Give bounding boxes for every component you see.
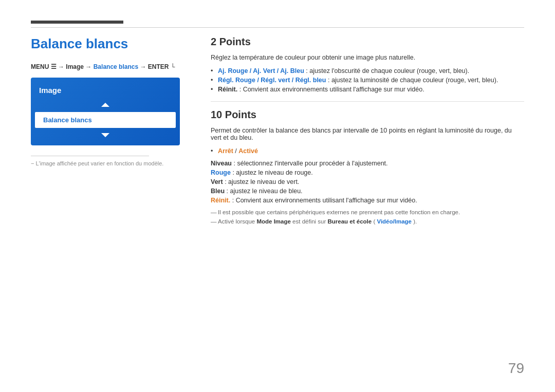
nav-up-button[interactable] [31, 100, 180, 110]
item-vert-text: : ajustez le niveau de vert. [225, 178, 299, 185]
bullet-options: Arrêt / Activé [211, 146, 524, 156]
section1-title: 2 Points [211, 36, 524, 48]
item-reinit2: Réinit. : Convient aux environnements ut… [211, 197, 524, 204]
bullet-reinit1-text: : Convient aux environnements utilisant … [239, 86, 424, 93]
section2-options: Arrêt / Activé [211, 146, 524, 156]
menu-label: MENU [31, 63, 51, 70]
nav-down-button[interactable] [31, 130, 180, 140]
top-bar [31, 21, 123, 24]
model-note: − L'image affichée peut varier en foncti… [31, 160, 185, 166]
menu-balance-blancs: Balance blancs [94, 63, 138, 70]
note2: Activé lorsque Mode Image est défini sur… [211, 218, 524, 225]
item-bleu-text: : ajustez le niveau de bleu. [227, 188, 303, 195]
note1-text: Il est possible que certains périphériqu… [218, 209, 460, 215]
bullet-reinit1-bold: Réinit. [218, 86, 237, 93]
note1: Il est possible que certains périphériqu… [211, 209, 524, 215]
menu-arrow2: → ENTER └ [140, 63, 175, 70]
section-divider [211, 101, 524, 102]
nav-selected-item[interactable]: Balance blancs [35, 112, 176, 128]
note2-close: ). [413, 218, 417, 225]
item-rouge-bold: Rouge [211, 169, 231, 176]
item-reinit2-text: : Convient aux environnements utilisant … [232, 197, 417, 204]
bullet-regl: Régl. Rouge / Régl. vert / Régl. bleu : … [211, 76, 524, 85]
note2-video-image: Vidéo/Image [377, 218, 412, 225]
divider-line [31, 156, 149, 156]
nav-box-title: Image [31, 83, 180, 100]
top-line [31, 27, 524, 28]
item-bleu: Bleu : ajustez le niveau de bleu. [211, 188, 524, 195]
item-niveau: Niveau : sélectionnez l'intervalle pour … [211, 160, 524, 167]
item-rouge: Rouge : ajustez le niveau de rouge. [211, 169, 524, 176]
section2-desc: Permet de contrôler la balance des blanc… [211, 127, 524, 141]
item-bleu-bold: Bleu [211, 188, 225, 195]
option-arret: Arrêt [218, 147, 233, 155]
nav-box: Image Balance blancs [31, 78, 180, 145]
menu-path: MENU ☰ → Image → Balance blancs → ENTER … [31, 63, 185, 70]
bullet-aj: Aj. Rouge / Aj. Vert / Aj. Bleu : ajuste… [211, 66, 524, 76]
bullet-aj-text: : ajustez l'obscurité de chaque couleur … [306, 67, 469, 74]
svg-marker-0 [101, 103, 109, 107]
bullet-regl-bold: Régl. Rouge / Régl. vert / Régl. bleu [218, 77, 326, 84]
item-reinit2-bold: Réinit. [211, 197, 230, 204]
bullet-regl-text: : ajustez la luminosité de chaque couleu… [328, 77, 498, 84]
note2-text-mid: est défini sur [292, 218, 327, 225]
item-niveau-bold: Niveau [211, 160, 232, 167]
menu-arrow1: → Image → [58, 63, 94, 70]
right-panel: 2 Points Réglez la température de couleu… [211, 31, 524, 227]
section2-title: 10 Points [211, 109, 524, 121]
menu-icon: ☰ [51, 63, 58, 70]
page-number: 79 [508, 360, 524, 377]
section1-desc: Réglez la température de couleur pour ob… [211, 54, 524, 61]
note2-text-pre: Activé lorsque [218, 218, 256, 225]
bullet-aj-bold: Aj. Rouge / Aj. Vert / Aj. Bleu [218, 67, 304, 74]
bullet-reinit1: Réinit. : Convient aux environnements ut… [211, 85, 524, 94]
note2-text-paren: ( [373, 218, 375, 225]
item-vert-bold: Vert [211, 178, 223, 185]
item-vert: Vert : ajustez le niveau de vert. [211, 178, 524, 185]
item-niveau-text: : sélectionnez l'intervalle pour procéde… [233, 160, 387, 167]
page-title: Balance blancs [31, 36, 185, 52]
item-rouge-text: : ajustez le niveau de rouge. [232, 169, 312, 176]
note2-mode-image: Mode Image [256, 218, 290, 225]
option-active: Activé [238, 147, 258, 155]
note2-bureau: Bureau et école [328, 218, 372, 225]
svg-marker-1 [101, 133, 109, 137]
section1-bullets: Aj. Rouge / Aj. Vert / Aj. Bleu : ajuste… [211, 66, 524, 94]
left-panel: Balance blancs MENU ☰ → Image → Balance … [31, 31, 185, 166]
